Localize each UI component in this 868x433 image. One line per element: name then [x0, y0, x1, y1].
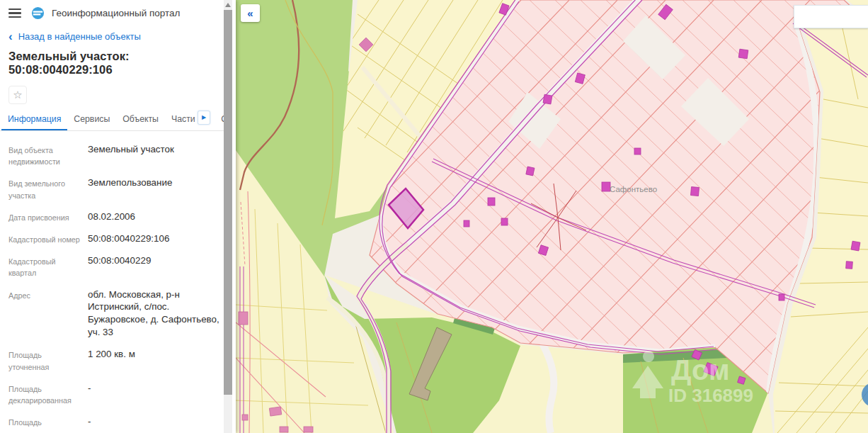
- field-row: Площадь -: [8, 415, 219, 428]
- app-logo: [31, 6, 45, 20]
- tab[interactable]: Сервисы: [67, 108, 116, 130]
- field-value: Землепользование: [88, 176, 219, 201]
- info-panel: Геоинформационный портал ‹ Назад в найде…: [0, 0, 236, 433]
- field-label: Кадастровый номер: [8, 232, 82, 245]
- field-label: Кадастровый квартал: [8, 254, 82, 279]
- tab[interactable]: Сос: [215, 108, 224, 130]
- app-root: Сафонтьево Дом ID 316899 « Гео: [0, 0, 868, 433]
- field-value: Земельный участок: [88, 143, 219, 167]
- map-canvas[interactable]: Сафонтьево Дом ID 316899 «: [236, 0, 868, 433]
- field-row: Вид земельного участка Землепользование: [8, 176, 219, 201]
- field-label: Площадь: [8, 415, 82, 428]
- watermark-person-icon: [643, 351, 654, 362]
- tab-bar: Информация Сервисы Объекты Части ЗУ Сос …: [0, 108, 224, 131]
- app-title: Геоинформационный портал: [52, 8, 180, 18]
- field-value: 50:08:0040229:106: [88, 232, 219, 245]
- menu-icon[interactable]: [8, 9, 21, 18]
- field-row: Адрес обл. Московская, р-н Истринский, с…: [8, 288, 219, 339]
- map-topright-panel[interactable]: [794, 5, 868, 28]
- field-row: Дата присвоения 08.02.2006: [8, 210, 219, 223]
- favorite-button[interactable]: ☆: [8, 86, 27, 104]
- field-row: Вид объекта недвижимости Земельный участ…: [8, 143, 219, 167]
- page-title: Земельный участок: 50:08:0040229:106: [8, 50, 215, 77]
- back-link-label: Назад в найденные объекты: [18, 31, 141, 42]
- back-link[interactable]: ‹ Назад в найденные объекты: [0, 24, 224, 43]
- field-value: 1 200 кв. м: [88, 348, 219, 372]
- scrollbar-thumb[interactable]: [224, 10, 232, 395]
- tabs-scroll-button[interactable]: ▶: [198, 111, 210, 125]
- sidebar-scrollbar[interactable]: [224, 0, 232, 433]
- chevron-right-icon: ▶: [202, 114, 206, 120]
- tab[interactable]: Объекты: [116, 108, 165, 130]
- scroll-up-arrow[interactable]: [224, 0, 232, 10]
- field-value: -: [88, 415, 219, 428]
- watermark-brand: Дом: [671, 354, 729, 386]
- field-value: 50:08:0040229: [88, 254, 219, 279]
- collapse-panel-button[interactable]: «: [241, 4, 260, 22]
- field-label: Вид земельного участка: [8, 176, 82, 201]
- fields-list: Вид объекта недвижимости Земельный участ…: [0, 131, 224, 433]
- watermark-id: ID 316899: [668, 385, 753, 406]
- map-svg: Сафонтьево Дом ID 316899: [236, 0, 868, 433]
- field-value: 08.02.2006: [88, 210, 219, 223]
- field-row: Кадастровый квартал 50:08:0040229: [8, 254, 219, 279]
- field-label: Дата присвоения: [8, 210, 82, 223]
- field-row: Кадастровый номер 50:08:0040229:106: [8, 232, 219, 245]
- field-value: -: [88, 382, 219, 406]
- field-label: Вид объекта недвижимости: [8, 143, 82, 167]
- field-row: Площадь декларированная -: [8, 382, 219, 406]
- field-row: Площадь уточненная 1 200 кв. м: [8, 348, 219, 372]
- field-label: Площадь декларированная: [8, 382, 82, 406]
- tab[interactable]: Информация: [1, 108, 67, 130]
- place-label: Сафонтьево: [610, 185, 657, 193]
- tab-list: Информация Сервисы Объекты Части ЗУ Сос: [0, 108, 224, 130]
- field-label: Адрес: [8, 288, 82, 339]
- field-value: обл. Московская, р-н Истринский, с/пос. …: [88, 288, 219, 339]
- app-header: Геоинформационный портал: [0, 0, 224, 24]
- chevron-double-left-icon: «: [247, 7, 253, 19]
- field-label: Площадь уточненная: [8, 348, 82, 372]
- info-panel-content: Геоинформационный портал ‹ Назад в найде…: [0, 0, 224, 433]
- star-icon: ☆: [13, 89, 22, 101]
- chevron-left-icon: ‹: [8, 32, 13, 41]
